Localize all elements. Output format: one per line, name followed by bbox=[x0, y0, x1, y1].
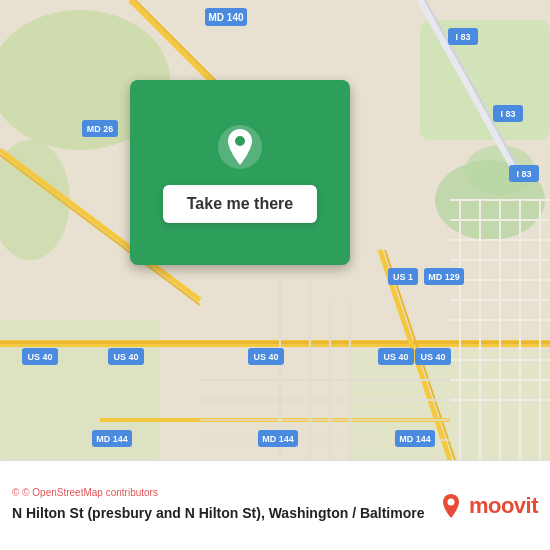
svg-text:US 40: US 40 bbox=[27, 352, 52, 362]
svg-text:US 40: US 40 bbox=[113, 352, 138, 362]
map-area: MD 140 MD 26 MD 26 I 83 I 83 I 83 US 40 … bbox=[0, 0, 550, 460]
moovit-brand-row: moovit bbox=[437, 492, 538, 520]
svg-text:US 40: US 40 bbox=[383, 352, 408, 362]
osm-credit-text: © OpenStreetMap contributors bbox=[22, 487, 158, 498]
footer-text-block: © © OpenStreetMap contributors N Hilton … bbox=[12, 487, 427, 524]
svg-text:US 1: US 1 bbox=[393, 272, 413, 282]
svg-text:MD 144: MD 144 bbox=[399, 434, 431, 444]
svg-text:MD 129: MD 129 bbox=[428, 272, 460, 282]
svg-text:MD 26: MD 26 bbox=[87, 124, 114, 134]
footer: © © OpenStreetMap contributors N Hilton … bbox=[0, 460, 550, 550]
copyright-symbol: © bbox=[12, 487, 19, 498]
take-me-there-button[interactable]: Take me there bbox=[163, 185, 317, 223]
destination-card: Take me there bbox=[130, 80, 350, 265]
moovit-text: moovit bbox=[469, 493, 538, 519]
svg-text:US 40: US 40 bbox=[420, 352, 445, 362]
svg-text:MD 144: MD 144 bbox=[262, 434, 294, 444]
svg-text:I 83: I 83 bbox=[455, 32, 470, 42]
moovit-logo: moovit bbox=[437, 492, 538, 520]
svg-text:I 83: I 83 bbox=[500, 109, 515, 119]
svg-text:I 83: I 83 bbox=[516, 169, 531, 179]
svg-point-76 bbox=[447, 498, 454, 505]
location-pin-icon bbox=[216, 123, 264, 171]
svg-text:US 40: US 40 bbox=[253, 352, 278, 362]
location-title: N Hilton St (presbury and N Hilton St), … bbox=[12, 504, 427, 524]
osm-credit: © © OpenStreetMap contributors bbox=[12, 487, 427, 498]
svg-point-75 bbox=[235, 136, 245, 146]
moovit-pin-icon bbox=[437, 492, 465, 520]
svg-text:MD 144: MD 144 bbox=[96, 434, 128, 444]
svg-text:MD 140: MD 140 bbox=[208, 12, 243, 23]
svg-rect-11 bbox=[0, 341, 550, 344]
